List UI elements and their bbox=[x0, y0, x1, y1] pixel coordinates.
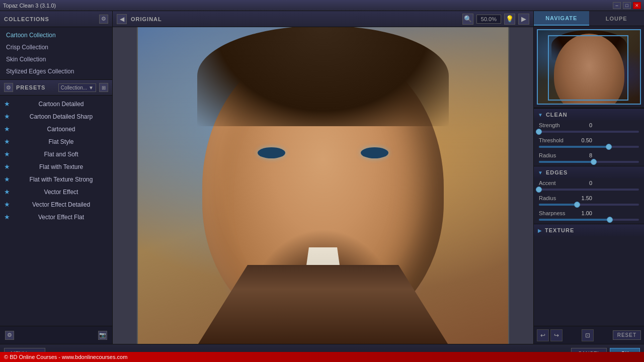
collection-item-cartoon[interactable]: Cartoon Collection bbox=[0, 29, 112, 41]
edges-collapse-icon: ▼ bbox=[538, 170, 543, 175]
right-eye bbox=[361, 147, 388, 158]
preset-name: Flat Style bbox=[14, 138, 108, 145]
collections-settings-button[interactable]: ⚙ bbox=[99, 15, 108, 24]
radius-clean-thumb[interactable] bbox=[591, 159, 597, 165]
preset-item-cartoon-detailed[interactable]: ★ Cartoon Detailed bbox=[0, 98, 112, 110]
undo-button[interactable]: ↩ bbox=[537, 329, 549, 341]
radius-clean-value: 8 bbox=[574, 152, 592, 158]
preset-item-cartooned[interactable]: ★ Cartooned bbox=[0, 123, 112, 135]
radius-clean-slider-row: Radius 8 bbox=[534, 151, 644, 160]
watermark-bar: © BD Online Courses - www.bdonlinecourse… bbox=[0, 352, 644, 362]
accent-value: 0 bbox=[574, 180, 592, 186]
adjustment-sliders: ▼ CLEAN Strength 0 Threshold 0.50 bbox=[534, 108, 644, 326]
preset-item-flat-with-texture[interactable]: ★ Flat with Texture bbox=[0, 160, 112, 173]
radius-clean-track[interactable] bbox=[539, 161, 639, 163]
threshold-thumb[interactable] bbox=[606, 144, 612, 150]
collections-list: Cartoon Collection Crisp Collection Skin… bbox=[0, 27, 112, 79]
threshold-track-row bbox=[534, 145, 644, 151]
preset-name: Vector Effect Flat bbox=[14, 214, 108, 221]
star-icon: ★ bbox=[4, 125, 10, 133]
preset-name: Cartoon Detailed Sharp bbox=[14, 113, 108, 120]
accent-thumb[interactable] bbox=[536, 187, 542, 193]
minimize-button[interactable]: – bbox=[613, 2, 621, 9]
sharpness-thumb[interactable] bbox=[607, 217, 613, 223]
preview-button[interactable]: ⊡ bbox=[582, 329, 594, 341]
radius-edges-track-row bbox=[534, 203, 644, 209]
close-button[interactable]: ✕ bbox=[633, 2, 641, 9]
bottom-camera-button[interactable]: 📷 bbox=[98, 331, 107, 340]
preset-item-vector-effect-flat[interactable]: ★ Vector Effect Flat bbox=[0, 211, 112, 223]
clean-section-header[interactable]: ▼ CLEAN bbox=[534, 108, 644, 121]
collections-label: COLLECTIONS bbox=[4, 16, 49, 22]
star-icon: ★ bbox=[4, 100, 10, 108]
radius-edges-track[interactable] bbox=[539, 204, 639, 206]
right-panel-controls: ↩ ↪ ⊡ RESET bbox=[534, 326, 644, 344]
bottom-settings-button[interactable]: ⚙ bbox=[5, 331, 14, 340]
accent-label: Accent bbox=[539, 180, 574, 186]
sharpness-value: 1.00 bbox=[574, 210, 592, 216]
presets-label: PRESETS bbox=[16, 84, 55, 90]
preset-item-vector-effect[interactable]: ★ Vector Effect bbox=[0, 186, 112, 198]
radius-clean-track-row bbox=[534, 160, 644, 166]
collection-item-skin[interactable]: Skin Collection bbox=[0, 53, 112, 65]
tab-loupe[interactable]: LOUPE bbox=[589, 11, 645, 26]
accent-track[interactable] bbox=[539, 189, 639, 191]
clean-section-label: CLEAN bbox=[546, 112, 568, 118]
preset-name: Cartooned bbox=[14, 126, 108, 133]
sidebar-bottom-controls: ⚙ 📷 bbox=[0, 326, 112, 344]
preset-name: Flat and Soft bbox=[14, 151, 108, 158]
sharpness-track[interactable] bbox=[539, 219, 639, 221]
presets-settings-button[interactable]: ⚙ bbox=[4, 83, 13, 92]
dropdown-arrow-icon: ▼ bbox=[89, 85, 94, 90]
star-icon: ★ bbox=[4, 150, 10, 158]
edges-section-label: EDGES bbox=[546, 169, 568, 175]
preset-item-cartoon-detailed-sharp[interactable]: ★ Cartoon Detailed Sharp bbox=[0, 110, 112, 123]
strength-value: 0 bbox=[574, 122, 592, 128]
main-layout: COLLECTIONS ⚙ Cartoon Collection Crisp C… bbox=[0, 11, 644, 344]
search-icon: 🔍 bbox=[462, 14, 473, 25]
preset-item-flat-and-soft[interactable]: ★ Flat and Soft bbox=[0, 148, 112, 160]
star-icon: ★ bbox=[4, 138, 10, 145]
zoom-controls: 🔍 50.0% 💡 ▶ bbox=[462, 14, 529, 25]
strength-track-row bbox=[534, 130, 644, 136]
tab-navigate[interactable]: NAVIGATE bbox=[534, 11, 589, 26]
threshold-value: 0.50 bbox=[574, 137, 592, 143]
star-icon: ★ bbox=[4, 213, 10, 221]
radius-edges-fill bbox=[539, 204, 577, 206]
preset-name: Flat with Texture Strong bbox=[14, 176, 108, 183]
radius-clean-fill bbox=[539, 161, 594, 163]
reset-button[interactable]: RESET bbox=[613, 330, 641, 340]
redo-button[interactable]: ↪ bbox=[550, 329, 562, 341]
canvas-toolbar: ◀ ORIGINAL 🔍 50.0% 💡 ▶ bbox=[113, 11, 533, 27]
preset-item-flat-style[interactable]: ★ Flat Style bbox=[0, 135, 112, 148]
clean-collapse-icon: ▼ bbox=[538, 112, 543, 118]
right-panel-tabs: NAVIGATE LOUPE bbox=[534, 11, 644, 26]
radius-edges-slider-row: Radius 1.50 bbox=[534, 194, 644, 203]
next-arrow-button[interactable]: ▶ bbox=[518, 14, 529, 25]
maximize-button[interactable]: □ bbox=[623, 2, 631, 9]
sharpness-slider-row: Sharpness 1.00 bbox=[534, 209, 644, 218]
left-eye bbox=[258, 147, 285, 158]
texture-section-header[interactable]: ▶ TEXTURE bbox=[534, 224, 644, 236]
image-canvas[interactable] bbox=[137, 27, 509, 344]
light-bulb-icon[interactable]: 💡 bbox=[504, 14, 515, 25]
radius-edges-label: Radius bbox=[539, 195, 574, 201]
radius-edges-thumb[interactable] bbox=[574, 202, 580, 208]
canvas-area: ◀ ORIGINAL 🔍 50.0% 💡 ▶ bbox=[113, 11, 533, 344]
prev-arrow-button[interactable]: ◀ bbox=[117, 14, 127, 24]
threshold-fill bbox=[539, 146, 609, 148]
undo-redo-controls: ↩ ↪ bbox=[537, 329, 562, 341]
zoom-value[interactable]: 50.0% bbox=[476, 15, 501, 24]
strength-track[interactable] bbox=[539, 131, 639, 133]
threshold-track[interactable] bbox=[539, 146, 639, 148]
edges-section-header[interactable]: ▼ EDGES bbox=[534, 166, 644, 178]
star-icon: ★ bbox=[4, 188, 10, 196]
collection-dropdown[interactable]: Collection... ▼ bbox=[58, 83, 96, 92]
preset-item-vector-effect-detailed[interactable]: ★ Vector Effect Detailed bbox=[0, 198, 112, 211]
collection-item-crisp[interactable]: Crisp Collection bbox=[0, 41, 112, 53]
preset-item-flat-texture-strong[interactable]: ★ Flat with Texture Strong bbox=[0, 173, 112, 186]
collection-item-stylized[interactable]: Stylized Edges Collection bbox=[0, 65, 112, 77]
radius-edges-value: 1.50 bbox=[574, 195, 592, 201]
strength-thumb[interactable] bbox=[536, 129, 542, 135]
grid-view-button[interactable]: ⊞ bbox=[99, 83, 108, 92]
